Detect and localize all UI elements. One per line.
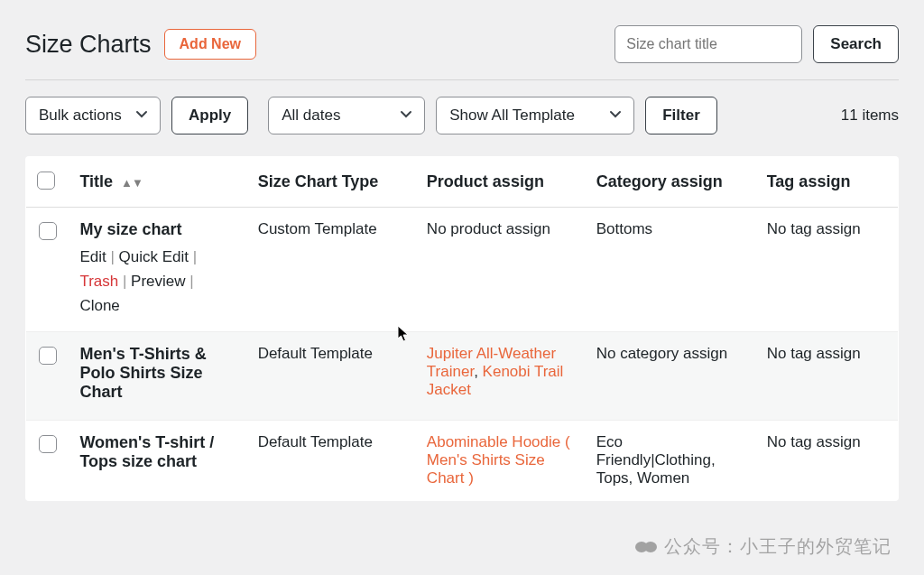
search-input[interactable] <box>614 25 802 63</box>
template-filter-select[interactable]: Show All Template <box>436 97 634 134</box>
tag-cell: No tag assign <box>756 420 899 500</box>
action-quick-edit[interactable]: Quick Edit <box>119 248 189 265</box>
table-row: Women's T-shirt / Tops size chartDefault… <box>26 420 899 500</box>
toolbar-left: Bulk actions Apply All dates Show All Te… <box>25 97 717 134</box>
add-new-button[interactable]: Add New <box>164 29 256 60</box>
size-charts-table: Title ▲▼ Size Chart Type Product assign … <box>25 156 899 501</box>
tag-column-header: Tag assign <box>756 157 899 208</box>
sort-icon: ▲▼ <box>121 176 143 190</box>
type-cell: Custom Template <box>247 208 416 332</box>
action-preview[interactable]: Preview <box>131 273 185 290</box>
apply-button[interactable]: Apply <box>171 97 248 134</box>
header-right: Search <box>614 25 899 63</box>
product-cell: Abominable Hoodie ( Men's Shirts Size Ch… <box>416 420 586 500</box>
watermark: 公众号：小王子的外贸笔记 <box>635 534 892 559</box>
tag-cell: No tag assign <box>756 331 899 420</box>
chevron-down-icon <box>608 107 623 125</box>
type-cell: Default Template <box>247 420 416 500</box>
category-cell: Eco Friendly|Clothing, Tops, Women <box>586 420 756 500</box>
row-actions: Edit | Quick Edit | Trash | Preview | Cl… <box>79 245 236 319</box>
chevron-down-icon <box>134 107 149 125</box>
action-trash[interactable]: Trash <box>79 273 118 290</box>
row-title[interactable]: Men's T-Shirts & Polo Shirts Size Chart <box>79 345 236 402</box>
date-filter-select[interactable]: All dates <box>268 97 425 134</box>
category-cell: Bottoms <box>586 208 756 332</box>
title-cell: Men's T-Shirts & Polo Shirts Size Chart <box>69 331 246 420</box>
category-cell: No category assign <box>586 331 756 420</box>
table-row: My size chartEdit | Quick Edit | Trash |… <box>26 208 899 332</box>
bulk-actions-label: Bulk actions <box>39 107 122 125</box>
row-checkbox[interactable] <box>39 222 57 240</box>
product-cell: Jupiter All-Weather Trainer, Kenobi Trai… <box>416 331 586 420</box>
title-cell: My size chartEdit | Quick Edit | Trash |… <box>69 208 246 332</box>
row-checkbox-cell <box>26 331 69 420</box>
separator: | <box>106 248 119 265</box>
divider <box>25 79 899 80</box>
row-checkbox[interactable] <box>39 435 57 453</box>
action-edit[interactable]: Edit <box>79 248 106 265</box>
date-filter-label: All dates <box>282 107 340 125</box>
select-all-checkbox[interactable] <box>37 172 55 190</box>
header-left: Size Charts Add New <box>25 29 256 60</box>
tag-cell: No tag assign <box>756 208 899 332</box>
separator: | <box>118 273 131 290</box>
row-checkbox-cell <box>26 208 69 332</box>
product-link[interactable]: Abominable Hoodie ( Men's Shirts Size Ch… <box>427 433 570 487</box>
table-header-row: Title ▲▼ Size Chart Type Product assign … <box>26 157 899 208</box>
toolbar-row: Bulk actions Apply All dates Show All Te… <box>25 97 899 134</box>
bulk-actions-select[interactable]: Bulk actions <box>25 97 161 134</box>
table-row: Men's T-Shirts & Polo Shirts Size ChartD… <box>26 331 899 420</box>
separator: | <box>186 273 194 290</box>
row-checkbox[interactable] <box>39 347 57 365</box>
product-column-header: Product assign <box>416 157 586 208</box>
header-row: Size Charts Add New Search <box>25 25 899 63</box>
chevron-down-icon <box>399 107 413 125</box>
title-cell: Women's T-shirt / Tops size chart <box>69 420 246 500</box>
items-count: 11 items <box>841 107 899 125</box>
type-cell: Default Template <box>247 331 416 420</box>
filter-button[interactable]: Filter <box>645 97 717 134</box>
type-column-header: Size Chart Type <box>247 157 416 208</box>
wechat-icon <box>635 537 659 557</box>
template-filter-label: Show All Template <box>449 107 575 125</box>
row-title[interactable]: My size chart <box>79 220 236 239</box>
row-checkbox-cell <box>26 420 69 500</box>
action-clone[interactable]: Clone <box>79 297 119 314</box>
category-column-header: Category assign <box>586 157 756 208</box>
product-cell: No product assign <box>416 208 586 332</box>
title-column-header[interactable]: Title ▲▼ <box>69 157 246 208</box>
separator: | <box>189 248 197 265</box>
select-all-header <box>26 157 69 208</box>
row-title[interactable]: Women's T-shirt / Tops size chart <box>79 433 236 471</box>
page-title: Size Charts <box>25 31 152 59</box>
search-button[interactable]: Search <box>813 25 899 63</box>
